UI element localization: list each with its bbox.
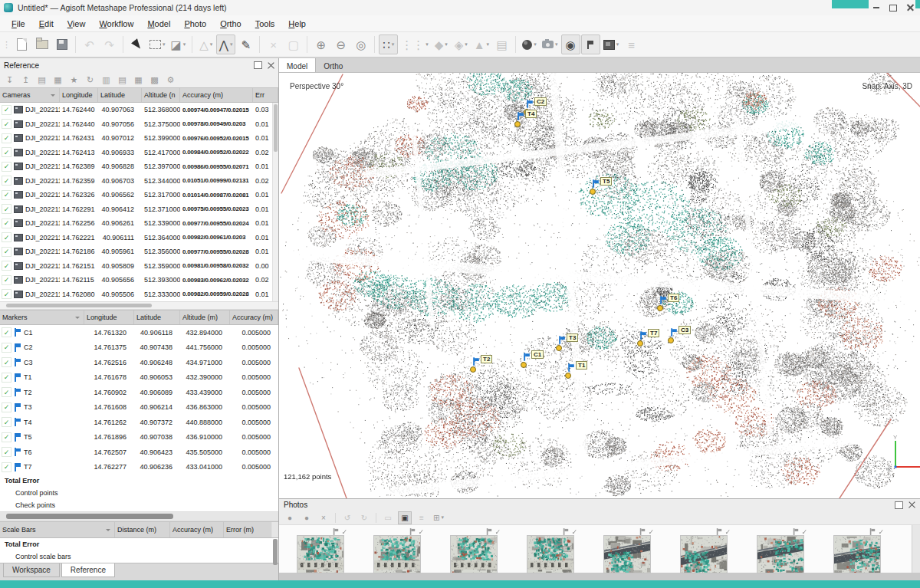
reference-settings-button[interactable]: ⚙ xyxy=(164,74,177,86)
ss-col-0[interactable]: Scale Bars xyxy=(0,522,115,537)
photos-close-icon[interactable] xyxy=(909,501,915,508)
camera-row[interactable]: ✓DJI_202211...14.76208040.905506512.3330… xyxy=(0,287,278,302)
cameras-horizontal-scrollbar[interactable] xyxy=(0,301,278,310)
minimize-icon[interactable] xyxy=(868,2,885,14)
enable-camera-button[interactable]: ● xyxy=(283,511,297,524)
point-cloud-canvas[interactable] xyxy=(279,73,920,498)
menu-model[interactable]: Model xyxy=(140,17,177,31)
rectangle-selection-button[interactable]: ▾ xyxy=(147,34,168,54)
zoom-out-button[interactable]: ⊖ xyxy=(331,34,350,54)
menu-edit[interactable]: Edit xyxy=(32,17,61,31)
marker-row[interactable]: ✓T114.76167840.906053432.3900000.005000 xyxy=(0,370,278,386)
photo-thumbnail[interactable]: ✓ xyxy=(297,535,344,573)
markers-horizontal-scrollbar[interactable] xyxy=(0,511,278,521)
close-panel-icon[interactable] xyxy=(268,62,274,69)
scalebars-vertical-scrollbar[interactable] xyxy=(271,522,278,537)
globe-view-button[interactable]: ▾ xyxy=(520,34,539,54)
menu-ortho[interactable]: Ortho xyxy=(213,17,248,31)
control-points-row[interactable]: Control points xyxy=(0,487,278,499)
menu-file[interactable]: File xyxy=(5,17,32,31)
mm-col-2[interactable]: Latitude xyxy=(134,310,180,324)
mesh-view-button[interactable]: ◈▾ xyxy=(452,34,471,54)
show-cameras-button[interactable]: ▾ xyxy=(540,34,560,54)
viewport-tab-model[interactable]: Model xyxy=(279,58,316,72)
show-images-button[interactable]: ▾ xyxy=(601,34,622,54)
gradual-selection-button[interactable]: △▾ xyxy=(196,34,215,54)
tiled-model-view-button[interactable]: ▤ xyxy=(492,34,511,54)
camera-row[interactable]: ✓DJI_202211...14.76211540.905656512.3930… xyxy=(0,273,278,287)
show-flags-button[interactable] xyxy=(581,34,600,54)
mm-col-3[interactable]: Altitude (m) xyxy=(180,310,230,324)
control-scale-bars-row[interactable]: Control scale bars xyxy=(0,550,278,563)
grid-view-button[interactable]: ⋮⋮▾ xyxy=(399,34,431,54)
disable-camera-button[interactable]: ● xyxy=(300,511,314,524)
marker-row[interactable]: ✓C314.76251640.906248434.9710000.005000 xyxy=(0,355,278,370)
camera-row[interactable]: ✓DJI_202211...14.76222140.906111512.3640… xyxy=(0,231,278,245)
new-project-button[interactable] xyxy=(12,34,31,54)
redo-button[interactable]: ↷ xyxy=(100,34,119,54)
menu-photo[interactable]: Photo xyxy=(177,17,213,31)
ss-col-1[interactable]: Distance (m) xyxy=(115,522,170,537)
photo-thumbnail[interactable]: ✓ xyxy=(373,535,421,573)
draw-polyline-button[interactable]: ⋀▾ xyxy=(216,34,235,54)
camera-row[interactable]: ✓DJI_202211...14.76244040.907056512.3750… xyxy=(0,117,278,132)
photo-thumbnail[interactable]: ✓ xyxy=(757,535,804,573)
undo-button[interactable]: ↶ xyxy=(80,34,99,54)
cc-col-1[interactable]: Longitude xyxy=(60,88,98,102)
camera-row[interactable]: ✓DJI_202211...14.76238940.906828512.3970… xyxy=(0,159,278,174)
menu-workflow[interactable]: Workflow xyxy=(92,17,140,31)
cc-col-5[interactable]: Err xyxy=(253,88,278,102)
viewport-canvas-area[interactable]: Perspective 30° Snap: Axis, 3D 121,162 p… xyxy=(279,73,920,498)
view-variance-button[interactable]: ▩ xyxy=(148,74,161,86)
mm-col-1[interactable]: Longitude xyxy=(84,310,134,324)
selection-arrow-button[interactable] xyxy=(127,34,146,54)
dock-tab-workspace[interactable]: Workspace xyxy=(3,563,60,577)
marker-row[interactable]: ✓T414.76126240.907372440.8880000.005000 xyxy=(0,415,278,430)
zoom-in-button[interactable]: ⊕ xyxy=(311,34,330,54)
viewport-tab-ortho[interactable]: Ortho xyxy=(316,58,350,72)
cc-col-3[interactable]: Altitude (n xyxy=(142,88,180,102)
selection-tools-button[interactable]: ◪▾ xyxy=(169,34,189,54)
draw-point-button[interactable]: ✎ xyxy=(236,34,255,54)
camera-row[interactable]: ✓DJI_202211...14.76225640.906261512.3390… xyxy=(0,216,278,231)
maximize-icon[interactable] xyxy=(885,2,902,14)
menu-tools[interactable]: Tools xyxy=(248,17,282,31)
export-reference-button[interactable]: ↥ xyxy=(19,74,32,86)
photo-thumbnail[interactable]: ✓ xyxy=(680,535,728,573)
cc-col-2[interactable]: Latitude xyxy=(98,88,142,102)
open-project-button[interactable] xyxy=(32,34,51,54)
view-source-button[interactable]: ▥ xyxy=(100,74,113,86)
marker-row[interactable]: ✓C114.76132040.906118432.8940000.005000 xyxy=(0,325,278,340)
fit-view-button[interactable]: ◎ xyxy=(351,34,370,54)
dock-tab-reference[interactable]: Reference xyxy=(61,563,115,577)
crop-button[interactable]: ▢ xyxy=(284,34,303,54)
update-transform-button[interactable]: ▦ xyxy=(51,74,64,86)
title-bar[interactable]: Untitled* — Agisoft Metashape Profession… xyxy=(0,0,920,16)
camera-row[interactable]: ✓DJI_202211...14.76243140.907012512.3990… xyxy=(0,131,278,146)
texture-view-button[interactable]: ▲▾ xyxy=(472,34,491,54)
camera-row[interactable]: ✓DJI_202211...14.76232640.906562512.3170… xyxy=(0,188,278,202)
convert-reference-button[interactable]: ▤ xyxy=(35,74,48,86)
show-markers-button[interactable]: ◉ xyxy=(561,34,580,54)
camera-row[interactable]: ✓DJI_202211...14.76244040.907063512.3680… xyxy=(0,103,278,117)
import-reference-button[interactable]: ↧ xyxy=(3,74,16,86)
photo-thumbnail[interactable]: ✓ xyxy=(450,535,498,573)
cc-col-4[interactable]: Accuracy (m) xyxy=(180,88,253,102)
camera-row[interactable]: ✓DJI_202211...14.76229140.906412512.3710… xyxy=(0,202,278,217)
ss-col-2[interactable]: Accuracy (m) xyxy=(170,522,224,537)
camera-row[interactable]: ✓DJI_202211...14.76235940.906703512.3440… xyxy=(0,174,278,189)
dense-cloud-view-button[interactable]: ◆▾ xyxy=(432,34,451,54)
menu-view[interactable]: View xyxy=(61,17,93,31)
photos-scrollbar[interactable] xyxy=(912,525,920,573)
camera-row[interactable]: ✓DJI_202211...14.76241340.906933512.4170… xyxy=(0,146,278,160)
preview-mode-button[interactable]: ▣ xyxy=(398,511,412,524)
thumbnail-size-button[interactable]: ⊞▾ xyxy=(432,511,445,524)
rotate-left-button[interactable]: ↺ xyxy=(340,511,354,524)
update-button[interactable]: ↻ xyxy=(84,74,97,86)
rotate-right-button[interactable]: ↻ xyxy=(357,511,371,524)
mm-col-0[interactable]: Markers xyxy=(0,310,84,324)
float-panel-icon[interactable] xyxy=(254,61,262,69)
marker-row[interactable]: ✓T514.76189640.907038436.9100000.005000 xyxy=(0,430,278,445)
view-errors-button[interactable]: ▦ xyxy=(132,74,145,86)
delete-button[interactable]: × xyxy=(264,34,283,54)
